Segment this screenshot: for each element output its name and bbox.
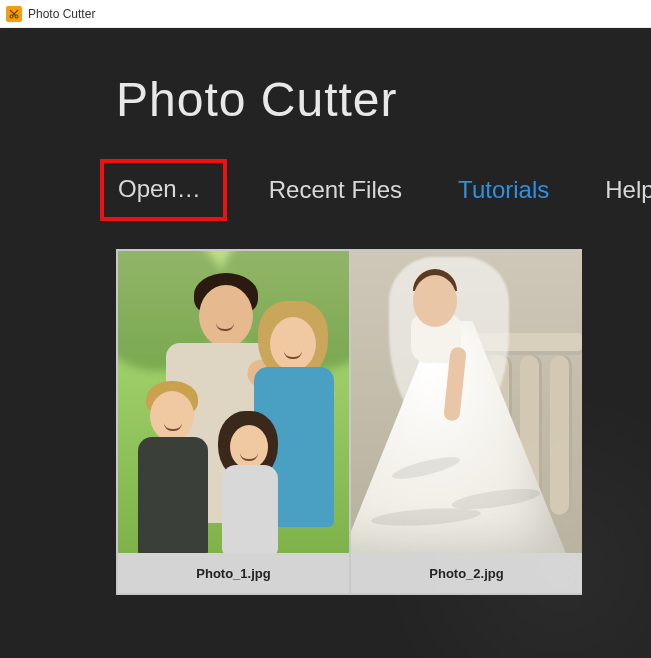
recent-thumbnails: Photo_1.jpg Photo_2.jpg xyxy=(116,249,582,595)
window-title: Photo Cutter xyxy=(28,7,95,21)
thumbnail-filename: Photo_2.jpg xyxy=(351,553,582,593)
thumbnail-image xyxy=(351,251,582,553)
help-button[interactable]: Help xyxy=(591,166,651,214)
thumbnail-filename: Photo_1.jpg xyxy=(118,553,349,593)
main-menu: Open… Recent Files Tutorials Help xyxy=(100,159,651,221)
workspace: Photo Cutter Open… Recent Files Tutorial… xyxy=(0,28,651,658)
open-button[interactable]: Open… xyxy=(100,159,227,221)
thumbnail-image xyxy=(118,251,349,553)
app-icon xyxy=(6,6,22,22)
thumbnail-item[interactable]: Photo_1.jpg xyxy=(118,251,349,593)
recent-files-button[interactable]: Recent Files xyxy=(255,166,416,214)
titlebar: Photo Cutter xyxy=(0,0,651,28)
tutorials-link[interactable]: Tutorials xyxy=(444,166,563,214)
thumbnail-item[interactable]: Photo_2.jpg xyxy=(351,251,582,593)
page-title: Photo Cutter xyxy=(116,72,651,127)
